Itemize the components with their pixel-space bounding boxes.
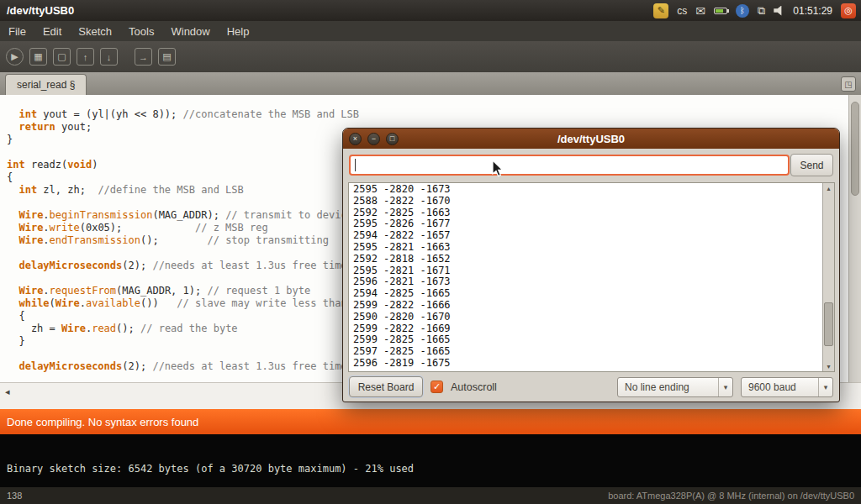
editor-vertical-scrollbar[interactable] [848,95,861,382]
tab-bar: serial_read § ◳ [0,72,861,95]
compile-status-bar: Done compiling. No syntax errors found [0,409,861,434]
serial-monitor-icon: ▤ [162,51,171,62]
menu-help[interactable]: Help [219,25,258,38]
build-console-text: Binary sketch size: 6542 bytes (of a 307… [0,434,861,475]
stop-button[interactable]: ▦ [29,48,47,66]
desktop: /dev/ttyUSB0 ✎ cs ✉ ᛒ ⧉ 01:51:29 ◎ File … [0,0,861,504]
minimize-icon: − [372,134,376,143]
notes-icon[interactable]: ✎ [653,3,668,18]
serial-scrollbar-thumb[interactable] [824,302,833,346]
serial-output-area[interactable]: 2595 -2820 -1673 2588 -2822 -1670 2592 -… [348,182,835,372]
bluetooth-icon[interactable]: ᛒ [736,4,749,18]
close-button[interactable]: × [349,133,362,145]
serial-monitor-button[interactable]: ▤ [158,48,176,66]
open-button[interactable]: ↑ [77,48,94,66]
toolbar: ▶ ▦ ▢ ↑ ↓ → ▤ [0,41,861,72]
verify-button[interactable]: ▶ [6,48,24,66]
serial-monitor-title: /dev/ttyUSB0 [343,133,839,145]
baud-rate-value: 9600 baud [742,381,818,393]
window-title: /dev/ttyUSB0 [0,4,74,17]
save-icon: ↓ [107,52,112,62]
menu-tools[interactable]: Tools [120,25,162,38]
menubar: File Edit Sketch Tools Window Help [0,21,861,41]
serial-monitor-window: × − □ /dev/ttyUSB0 Send 2595 -2820 -1673… [342,128,840,402]
close-icon: × [353,134,357,143]
checkmark-icon: ✓ [433,381,441,391]
maximize-icon: □ [390,134,394,143]
send-button[interactable]: Send [790,154,833,176]
verify-icon: ▶ [11,51,18,62]
serial-output: 2595 -2820 -1673 2588 -2822 -1670 2592 -… [349,183,834,370]
clock[interactable]: 01:51:29 [793,5,832,17]
menu-file[interactable]: File [0,25,34,38]
pencil-icon: ✎ [658,5,665,16]
text-caret [355,159,356,171]
serial-monitor-titlebar[interactable]: × − □ /dev/ttyUSB0 [343,129,839,149]
upload-icon: → [139,52,148,62]
scroll-up-icon[interactable]: ▴ [823,183,834,193]
status-footer: 138 board: ATmega328P(A) @ 8 MHz (intern… [0,487,861,504]
keyboard-layout-indicator[interactable]: cs [677,5,687,17]
serial-output-scrollbar[interactable]: ▴ ▾ [822,183,834,371]
serial-input-field[interactable] [349,155,790,176]
new-sketch-button[interactable]: ▢ [53,48,71,66]
top-panel: /dev/ttyUSB0 ✎ cs ✉ ᛒ ⧉ 01:51:29 ◎ [0,0,861,21]
maximize-button[interactable]: □ [386,133,399,145]
mouse-cursor [492,160,504,182]
editor-scrollbar-thumb[interactable] [851,102,859,196]
save-button[interactable]: ↓ [100,48,118,66]
baud-rate-dropdown[interactable]: 9600 baud ▾ [741,377,833,397]
board-info: board: ATmega328P(A) @ 8 MHz (internal) … [608,491,861,501]
menu-edit[interactable]: Edit [34,25,70,38]
menu-window[interactable]: Window [162,25,218,38]
serial-monitor-controls: Reset Board ✓ Autoscroll No line ending … [343,372,839,402]
code-line: int yout = (yl|(yh << 8)); //concatenate… [7,108,848,121]
window-controls: × − □ [343,133,399,145]
mail-icon[interactable]: ✉ [695,4,705,18]
power-icon: ◎ [844,5,853,16]
network-icon[interactable]: ⧉ [758,4,765,18]
open-icon: ↑ [83,52,88,62]
minimize-button[interactable]: − [367,133,380,145]
bluetooth-glyph: ᛒ [740,6,745,15]
reset-board-button[interactable]: Reset Board [349,376,423,397]
tab-menu-icon: ◳ [844,80,852,89]
scroll-down-icon[interactable]: ▾ [823,361,834,371]
tab-menu-button[interactable]: ◳ [841,76,856,92]
upload-button[interactable]: → [135,48,152,66]
volume-icon[interactable] [774,6,784,16]
system-tray: ✎ cs ✉ ᛒ ⧉ 01:51:29 ◎ [653,3,861,18]
chevron-down-icon: ▾ [818,378,832,396]
menu-sketch[interactable]: Sketch [70,25,120,38]
tab-serial-read[interactable]: serial_read § [5,74,87,95]
autoscroll-checkbox[interactable]: ✓ [430,381,443,393]
battery-icon[interactable] [714,8,727,14]
line-ending-value: No line ending [618,381,718,393]
stop-icon: ▦ [34,51,42,62]
build-console: Binary sketch size: 6542 bytes (of a 307… [0,434,861,487]
line-ending-dropdown[interactable]: No line ending ▾ [617,377,733,397]
scroll-left-arrow-icon[interactable]: ◂ [5,386,10,397]
session-menu-icon[interactable]: ◎ [841,3,856,18]
new-file-icon: ▢ [57,51,66,62]
autoscroll-label: Autoscroll [451,381,497,393]
compile-status-message: Done compiling. No syntax errors found [7,416,198,428]
line-number-indicator: 138 [0,491,22,501]
chevron-down-icon: ▾ [718,378,732,396]
serial-input[interactable] [351,156,788,174]
